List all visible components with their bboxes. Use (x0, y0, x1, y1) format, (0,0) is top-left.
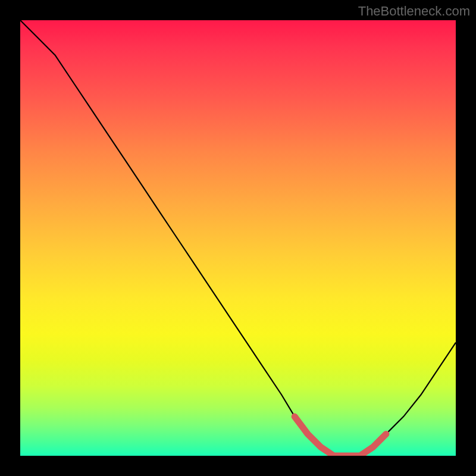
chart-svg (20, 20, 456, 456)
optimum-highlight (295, 416, 386, 456)
bottleneck-curve (20, 20, 456, 456)
watermark-text: TheBottleneck.com (358, 4, 470, 19)
plot-area (20, 20, 456, 456)
